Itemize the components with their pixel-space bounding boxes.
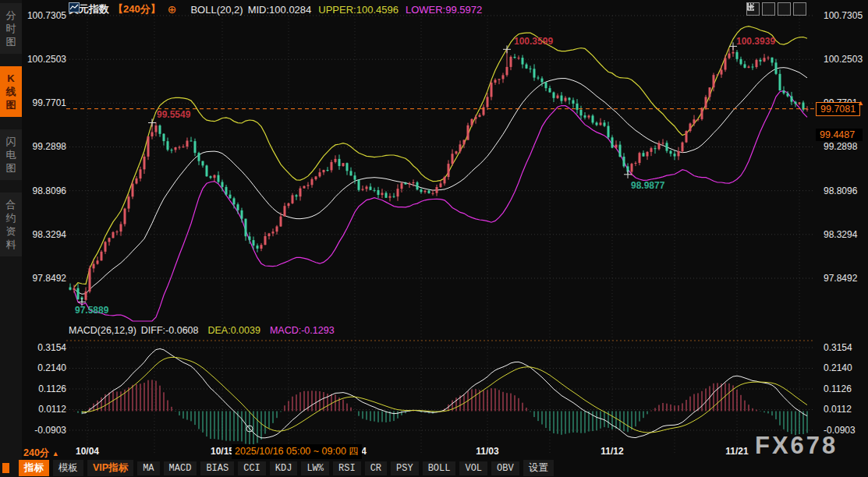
chart-header: 美元指数 【240分】 ⊕ BOLL(20,2) MID:100.0284 UP… xyxy=(69,2,482,16)
tab-cci[interactable]: CCI xyxy=(238,461,266,475)
date-tick: 11/21 xyxy=(725,446,748,457)
tab-settings[interactable]: 设置 xyxy=(523,460,554,476)
macd-diff-value: DIFF:-0.0608 xyxy=(141,325,199,336)
price-tick-right: 98.8096 xyxy=(824,186,857,196)
annotation-low: 98.9877 xyxy=(631,180,664,191)
annotation-high: 100.3599 xyxy=(514,36,553,47)
tab-lw[interactable]: LW% xyxy=(301,461,329,475)
date-tick: 11/03 xyxy=(476,446,498,457)
price-tick-right: 100.7305 xyxy=(824,10,863,21)
macd-header: MACD(26,12,9) DIFF:-0.0608 DEA:0.0039 MA… xyxy=(69,325,335,336)
price-tick-right: 98.3294 xyxy=(824,229,857,240)
annotation-high: 100.3939 xyxy=(736,36,775,47)
sidebar-item-timeline[interactable]: 分时图 xyxy=(0,3,22,54)
tab-vip-indicators[interactable]: VIP指标 xyxy=(87,460,133,476)
price-tick-left: 99.2898 xyxy=(23,141,66,152)
chart-type-sidebar: 分时图 K线图 闪电图 合约资料 xyxy=(0,0,22,477)
macd-tick-left: -0.0903 xyxy=(23,425,66,436)
tab-bias[interactable]: BIAS xyxy=(200,461,234,475)
macd-tick-right: 0.3154 xyxy=(824,342,852,353)
date-tick: 10/04 xyxy=(76,446,99,457)
chart-toolbar xyxy=(746,2,806,16)
macd-tick-right: 0.0112 xyxy=(824,404,852,415)
boll-mid-value: MID:100.0284 xyxy=(248,4,312,16)
price-tick-left: 100.2503 xyxy=(23,54,66,65)
annotation-high: 99.5549 xyxy=(157,109,190,120)
add-indicator-icon[interactable]: ⊕ xyxy=(168,3,177,16)
tab-indicators[interactable]: 指标 xyxy=(19,460,49,476)
boll-lower-value: LOWER:99.5972 xyxy=(406,4,482,16)
macd-title: MACD(26,12,9) xyxy=(69,325,136,336)
last-price-box: 99.7081 xyxy=(816,102,860,116)
chart-canvas[interactable] xyxy=(0,0,868,477)
zoom-in-axis-icon[interactable] xyxy=(762,2,775,16)
price-tick-left: 98.3294 xyxy=(23,229,66,240)
macd-tick-right: 0.1126 xyxy=(824,383,852,394)
macd-macd-value: MACD:-0.1293 xyxy=(270,325,335,336)
price-tick-left: 99.7701 xyxy=(23,97,66,108)
sidebar-item-kline[interactable]: K线图 xyxy=(0,66,22,117)
date-tick: 10/15 xyxy=(211,446,234,457)
macd-tick-left: 0.0112 xyxy=(23,404,66,415)
price-tick-right: 100.2503 xyxy=(824,54,863,65)
tab-templates[interactable]: 模板 xyxy=(53,460,83,476)
annotation-low: 97.5889 xyxy=(75,305,108,316)
price-tick-right: 97.8492 xyxy=(824,273,857,284)
trading-app-window: 分时图 K线图 闪电图 合约资料 美元指数 【240分】 ⊕ BOLL(20,2… xyxy=(0,0,868,477)
price-tick-left: 97.8492 xyxy=(23,273,66,284)
price-up-arrow-icon: ▲ xyxy=(857,99,864,107)
date-tick: 11/12 xyxy=(601,446,623,457)
sidebar-item-flash[interactable]: 闪电图 xyxy=(0,129,22,180)
tab-psy[interactable]: PSY xyxy=(391,461,419,475)
boll-label: BOLL(20,2) xyxy=(190,4,243,16)
price-tick-left: 98.8096 xyxy=(23,186,66,196)
tab-kdj[interactable]: KDJ xyxy=(270,461,298,475)
resize-handle[interactable] xyxy=(2,463,9,473)
secondary-price-label: 99.4487 xyxy=(816,129,863,141)
macd-tick-left: 0.3154 xyxy=(23,342,66,353)
crosshair-tooltip: 2025/10/16 05:00 ~ 09:00 四 xyxy=(232,444,362,459)
macd-dea-value: DEA:0.0039 xyxy=(207,325,260,336)
macd-tick-left: 0.1126 xyxy=(23,383,66,394)
price-tick-right: 99.2898 xyxy=(824,141,857,152)
site-watermark: FX678 xyxy=(755,432,838,460)
tab-boll[interactable]: BOLL xyxy=(423,461,456,475)
tab-vol[interactable]: VOL xyxy=(459,461,487,475)
pan-right-icon[interactable] xyxy=(793,2,806,16)
period-selector[interactable]: 240分 ▲ xyxy=(23,447,59,460)
macd-tick-right: 0.2140 xyxy=(824,362,852,373)
dropdown-arrow-icon: ▲ xyxy=(52,450,59,458)
tab-macd[interactable]: MACD xyxy=(164,461,197,475)
tab-ma[interactable]: MA xyxy=(137,461,159,475)
sidebar-item-contract-info[interactable]: 合约资料 xyxy=(0,193,22,256)
tab-obv[interactable]: OBV xyxy=(491,461,519,475)
indicator-toolbar: 指标 模板 VIP指标 MA MACD BIAS CCI KDJ LW% RSI… xyxy=(19,460,554,476)
macd-tick-left: 0.2140 xyxy=(23,362,66,373)
tab-cr[interactable]: CR xyxy=(365,461,387,475)
zoom-out-axis-icon[interactable] xyxy=(778,2,791,16)
tab-rsi[interactable]: RSI xyxy=(333,461,361,475)
period-tag: 【240分】 xyxy=(113,2,161,16)
boll-upper-value: UPPER:100.4596 xyxy=(318,4,399,16)
price-tick-left: 100.7305 xyxy=(23,10,66,21)
